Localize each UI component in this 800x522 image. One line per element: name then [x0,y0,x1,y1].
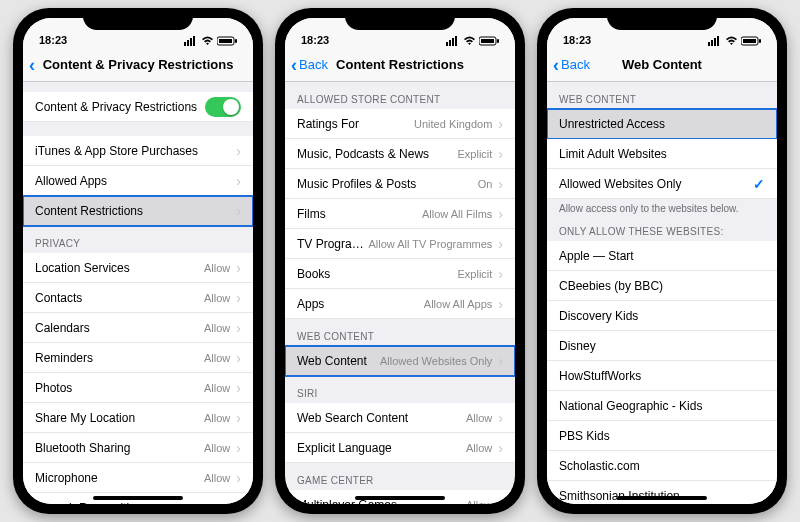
row-site[interactable]: Smithsonian Institution [547,481,777,504]
row-site[interactable]: PBS Kids [547,421,777,451]
settings-list[interactable]: ALLOWED STORE CONTENT Ratings ForUnited … [285,82,515,504]
svg-rect-20 [759,39,761,43]
back-button[interactable]: ‹ Back [291,56,328,74]
chevron-right-icon: › [498,116,503,132]
svg-rect-9 [452,38,454,46]
section-header-privacy: PRIVACY [23,226,253,253]
notch [345,8,455,30]
row-explicit-language[interactable]: Explicit LanguageAllow› [285,433,515,463]
row-bluetooth[interactable]: Bluetooth SharingAllow› [23,433,253,463]
cell-label: Web Content [297,354,380,368]
signal-icon [446,36,460,46]
row-allowed-only[interactable]: Allowed Websites Only✓ [547,169,777,199]
cell-label: Music Profiles & Posts [297,177,478,191]
row-microphone[interactable]: MicrophoneAllow› [23,463,253,493]
row-web-search[interactable]: Web Search ContentAllow› [285,403,515,433]
phone-1: 18:23 ‹ Content & Privacy Restrictions C… [13,8,263,514]
page-title: Content & Privacy Restrictions [43,57,234,72]
row-ratings-for[interactable]: Ratings ForUnited Kingdom› [285,109,515,139]
cell-value: Allow [204,502,230,505]
row-reminders[interactable]: RemindersAllow› [23,343,253,373]
cell-label: PBS Kids [559,429,765,443]
cell-label: Unrestricted Access [559,117,765,131]
svg-rect-2 [190,38,192,46]
row-music-podcasts[interactable]: Music, Podcasts & NewsExplicit› [285,139,515,169]
row-location-services[interactable]: Location ServicesAllow› [23,253,253,283]
cell-label: Photos [35,381,204,395]
back-button[interactable]: ‹ Back [553,56,590,74]
settings-list[interactable]: WEB CONTENT Unrestricted Access Limit Ad… [547,82,777,504]
cell-value: United Kingdom [414,118,492,130]
row-site[interactable]: HowStuffWorks [547,361,777,391]
status-icons [446,36,499,46]
row-films[interactable]: FilmsAllow All Films› [285,199,515,229]
svg-rect-0 [184,42,186,46]
row-books[interactable]: BooksExplicit› [285,259,515,289]
nav-bar: ‹ Back Content Restrictions [285,48,515,82]
toggle-row-content-privacy[interactable]: Content & Privacy Restrictions [23,92,253,122]
chevron-right-icon: › [498,296,503,312]
row-share-location[interactable]: Share My LocationAllow› [23,403,253,433]
row-itunes-purchases[interactable]: iTunes & App Store Purchases› [23,136,253,166]
row-site[interactable]: Scholastic.com [547,451,777,481]
cell-label: Apple — Start [559,249,765,263]
home-indicator[interactable] [617,496,707,500]
row-web-content[interactable]: Web ContentAllowed Websites Only› [285,346,515,376]
row-calendars[interactable]: CalendarsAllow› [23,313,253,343]
row-tv[interactable]: TV ProgrammesAllow All TV Programmes› [285,229,515,259]
chevron-right-icon: › [498,440,503,456]
cell-value: Allowed Websites Only [380,355,492,367]
row-apps[interactable]: AppsAllow All Apps› [285,289,515,319]
row-site[interactable]: CBeebies (by BBC) [547,271,777,301]
chevron-right-icon: › [236,470,241,486]
row-site[interactable]: Discovery Kids [547,301,777,331]
row-limit-adult[interactable]: Limit Adult Websites [547,139,777,169]
home-indicator[interactable] [93,496,183,500]
svg-rect-17 [717,36,719,46]
cell-label: HowStuffWorks [559,369,765,383]
settings-list[interactable]: Content & Privacy Restrictions iTunes & … [23,82,253,504]
section-header-web: WEB CONTENT [285,319,515,346]
cell-label: Discovery Kids [559,309,765,323]
wifi-icon [725,36,738,46]
row-site[interactable]: National Geographic - Kids [547,391,777,421]
cell-value: Allow [466,499,492,505]
cell-label: Books [297,267,457,281]
row-music-profiles[interactable]: Music Profiles & PostsOn› [285,169,515,199]
svg-rect-19 [743,39,756,43]
cell-label: Limit Adult Websites [559,147,765,161]
toggle-switch[interactable] [205,97,241,117]
checkmark-icon: ✓ [753,176,765,192]
row-contacts[interactable]: ContactsAllow› [23,283,253,313]
screen: 18:23 ‹ Back Web Content WEB CONTENT Unr… [547,18,777,504]
home-indicator[interactable] [355,496,445,500]
cell-value: Allow [204,322,230,334]
svg-rect-5 [219,39,232,43]
back-button[interactable]: ‹ [29,56,35,74]
section-footer: Allow access only to the websites below. [547,199,777,222]
row-unrestricted[interactable]: Unrestricted Access [547,109,777,139]
cell-value: Allow [204,262,230,274]
cell-label: Calendars [35,321,204,335]
cell-value: Allow [204,382,230,394]
row-site[interactable]: Apple — Start [547,241,777,271]
cell-value: Allow [204,472,230,484]
row-content-restrictions[interactable]: Content Restrictions› [23,196,253,226]
cell-label: Speech Recognition [35,501,204,505]
cell-label: Apps [297,297,424,311]
cell-value: Allow [204,412,230,424]
cell-value: Allow All Apps [424,298,492,310]
wifi-icon [463,36,476,46]
status-time: 18:23 [39,34,67,46]
row-photos[interactable]: PhotosAllow› [23,373,253,403]
chevron-right-icon: › [236,440,241,456]
svg-rect-3 [193,36,195,46]
chevron-right-icon: › [236,260,241,276]
row-site[interactable]: Disney [547,331,777,361]
chevron-right-icon: › [236,203,241,219]
svg-rect-1 [187,40,189,46]
chevron-right-icon: › [236,290,241,306]
cell-label: Contacts [35,291,204,305]
cell-label: iTunes & App Store Purchases [35,144,236,158]
row-allowed-apps[interactable]: Allowed Apps› [23,166,253,196]
